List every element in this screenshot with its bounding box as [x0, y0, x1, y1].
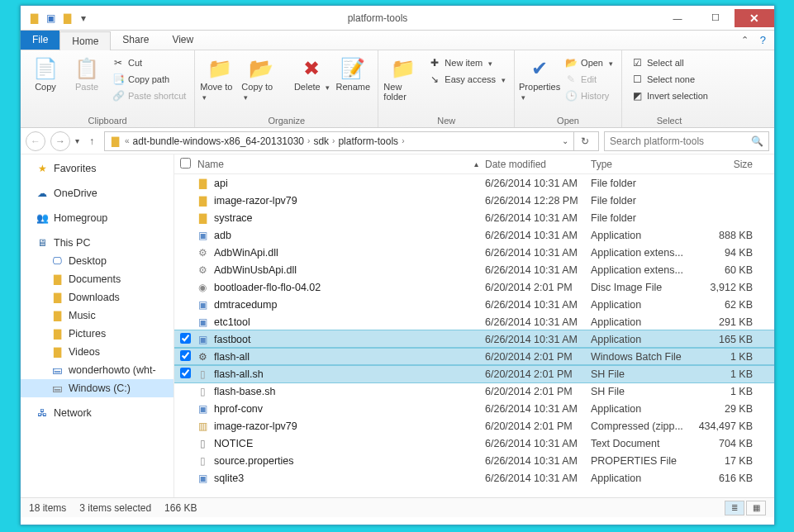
select-none-button[interactable]: ☐Select none	[627, 72, 711, 87]
paste-button[interactable]: 📋Paste	[67, 52, 107, 115]
easy-access-button[interactable]: ↘Easy access	[425, 72, 509, 87]
properties-button[interactable]: ✔Properties	[520, 52, 559, 115]
file-row[interactable]: ⚙AdbWinApi.dll6/26/2014 10:31 AMApplicat…	[174, 244, 774, 261]
tab-home[interactable]: Home	[59, 31, 111, 50]
qat-customize-chevron-icon[interactable]: ▾	[77, 12, 90, 25]
chevron-left-icon[interactable]: «	[121, 136, 133, 145]
file-name: systrace	[214, 212, 253, 224]
crumb-sdk[interactable]: sdk	[313, 135, 329, 147]
crumb-platformtools[interactable]: platform-tools	[338, 135, 398, 147]
select-all-icon: ☑	[630, 56, 644, 69]
select-all-button[interactable]: ☑Select all	[627, 55, 711, 70]
nav-windows-c[interactable]: 🖴Windows (C:)	[21, 379, 174, 397]
maximize-button[interactable]: ☐	[697, 9, 735, 27]
refresh-button[interactable]: ↻	[573, 132, 595, 150]
file-row[interactable]: ◉bootloader-flo-flo-04.026/20/2014 2:01 …	[174, 278, 774, 296]
crumb-adt[interactable]: adt-bundle-windows-x86_64-20131030	[133, 135, 304, 147]
nav-pane[interactable]: ★Favorites ☁OneDrive 👥Homegroup 🖥This PC…	[21, 154, 174, 497]
nav-network[interactable]: 🖧Network	[21, 404, 174, 422]
tab-file[interactable]: File	[21, 31, 59, 50]
header-name[interactable]: Name▴	[196, 159, 485, 170]
file-row[interactable]: ▣adb6/26/2014 10:31 AMApplication888 KB	[174, 226, 774, 244]
nav-downloads[interactable]: ▇Downloads	[21, 288, 174, 306]
app-icon: ▣	[196, 402, 209, 416]
history-button[interactable]: 🕒History	[561, 88, 616, 103]
tab-view[interactable]: View	[160, 31, 205, 50]
row-checkbox[interactable]	[180, 350, 191, 361]
header-checkbox[interactable]	[174, 158, 196, 171]
select-all-checkbox[interactable]	[180, 158, 191, 169]
header-date[interactable]: Date modified	[485, 159, 591, 170]
file-row[interactable]: ▣etc1tool6/26/2014 10:31 AMApplication29…	[174, 313, 774, 330]
search-input[interactable]	[610, 135, 751, 147]
file-row[interactable]: ▇systrace6/26/2014 10:31 AMFile folder	[174, 209, 774, 226]
file-row[interactable]: ▯flash-base.sh6/20/2014 2:01 PMSH File1 …	[174, 382, 774, 400]
file-row[interactable]: ▣dmtracedump6/26/2014 10:31 AMApplicatio…	[174, 296, 774, 313]
body: ★Favorites ☁OneDrive 👥Homegroup 🖥This PC…	[21, 154, 774, 497]
header-size[interactable]: Size	[697, 159, 759, 170]
copy-to-button[interactable]: 📂Copy to	[241, 52, 281, 115]
nav-music[interactable]: ▇Music	[21, 306, 174, 325]
file-row[interactable]: ▯flash-all.sh6/20/2014 2:01 PMSH File1 K…	[174, 365, 774, 382]
file-type: Compressed (zipp...	[591, 420, 697, 432]
new-folder-icon[interactable]: ▇	[60, 12, 74, 25]
cut-button[interactable]: ✂Cut	[108, 55, 189, 70]
new-item-button[interactable]: ✚New item	[425, 55, 509, 70]
file-row[interactable]: ▇image-razor-lpv796/26/2014 12:28 PMFile…	[174, 192, 774, 209]
file-row[interactable]: ▯source.properties6/26/2014 10:31 AMPROP…	[174, 452, 774, 469]
icons-view-button[interactable]: ▦	[746, 501, 766, 515]
rename-button[interactable]: 📝Rename	[333, 52, 373, 115]
row-checkbox[interactable]	[180, 333, 191, 344]
titlebar: ▇ ▣ ▇ ▾ platform-tools — ☐ ✕	[21, 6, 774, 31]
new-folder-button[interactable]: 📁New folder	[383, 52, 423, 115]
up-button[interactable]: ↑	[84, 133, 99, 150]
address-dropdown-chevron-icon[interactable]: ⌄	[557, 136, 573, 145]
copy-button[interactable]: 📄Copy	[26, 52, 65, 115]
nav-wonderhowto[interactable]: 🖴wonderhowto (wht-	[21, 361, 174, 379]
file-row[interactable]: ▯NOTICE6/26/2014 10:31 AMText Document70…	[174, 435, 774, 452]
nav-documents[interactable]: ▇Documents	[21, 270, 174, 288]
help-icon[interactable]: ?	[760, 34, 766, 46]
nav-pictures[interactable]: ▇Pictures	[21, 325, 174, 343]
header-type[interactable]: Type	[591, 159, 697, 170]
group-clipboard: 📄Copy 📋Paste ✂Cut 📑Copy path 🔗Paste shor…	[21, 50, 195, 127]
copy-path-button[interactable]: 📑Copy path	[108, 72, 189, 87]
open-button[interactable]: 📂Open	[561, 55, 616, 70]
file-row[interactable]: ⚙flash-all6/20/2014 2:01 PMWindows Batch…	[174, 348, 774, 365]
properties-icon[interactable]: ▣	[44, 12, 57, 25]
file-row[interactable]: ▥image-razor-lpv796/20/2014 2:01 PMCompr…	[174, 417, 774, 435]
minimize-button[interactable]: —	[658, 9, 697, 27]
close-button[interactable]: ✕	[735, 9, 774, 27]
nav-homegroup[interactable]: 👥Homegroup	[21, 209, 174, 227]
expand-ribbon-icon[interactable]: ⌃	[741, 35, 749, 45]
file-row[interactable]: ▣sqlite36/26/2014 10:31 AMApplication616…	[174, 469, 774, 487]
tab-share[interactable]: Share	[111, 31, 160, 50]
search-box[interactable]: 🔍	[604, 131, 769, 151]
breadcrumb-bar[interactable]: ▇ « adt-bundle-windows-x86_64-20131030 ›…	[104, 131, 599, 151]
paste-shortcut-button[interactable]: 🔗Paste shortcut	[108, 88, 189, 103]
file-row[interactable]: ▣fastboot6/26/2014 10:31 AMApplication16…	[174, 330, 774, 348]
nav-desktop[interactable]: 🖵Desktop	[21, 252, 174, 270]
delete-button[interactable]: ✖Delete	[292, 52, 331, 115]
file-size: 1 KB	[697, 351, 759, 363]
forward-button[interactable]: →	[50, 131, 70, 151]
nav-onedrive[interactable]: ☁OneDrive	[21, 184, 174, 202]
row-checkbox[interactable]	[180, 368, 191, 378]
nav-videos[interactable]: ▇Videos	[21, 343, 174, 361]
group-label: Open	[520, 116, 616, 127]
file-date: 6/20/2014 2:01 PM	[485, 368, 591, 380]
window-controls: — ☐ ✕	[658, 9, 774, 27]
recent-locations-chevron-icon[interactable]: ▾	[75, 136, 79, 145]
file-rows[interactable]: ▇api6/26/2014 10:31 AMFile folder▇image-…	[174, 174, 774, 497]
details-view-button[interactable]: ≣	[725, 501, 744, 515]
move-to-button[interactable]: 📁Move to	[200, 52, 240, 115]
edit-button[interactable]: ✎Edit	[561, 72, 616, 87]
file-row[interactable]: ▣hprof-conv6/26/2014 10:31 AMApplication…	[174, 400, 774, 417]
back-button[interactable]: ←	[26, 131, 45, 151]
file-row[interactable]: ⚙AdbWinUsbApi.dll6/26/2014 10:31 AMAppli…	[174, 261, 774, 278]
file-row[interactable]: ▇api6/26/2014 10:31 AMFile folder	[174, 174, 774, 192]
nav-favorites[interactable]: ★Favorites	[21, 159, 174, 178]
nav-thispc[interactable]: 🖥This PC	[21, 234, 174, 252]
folder-icon: ▇	[50, 291, 64, 304]
invert-selection-button[interactable]: ◩Invert selection	[627, 88, 711, 103]
